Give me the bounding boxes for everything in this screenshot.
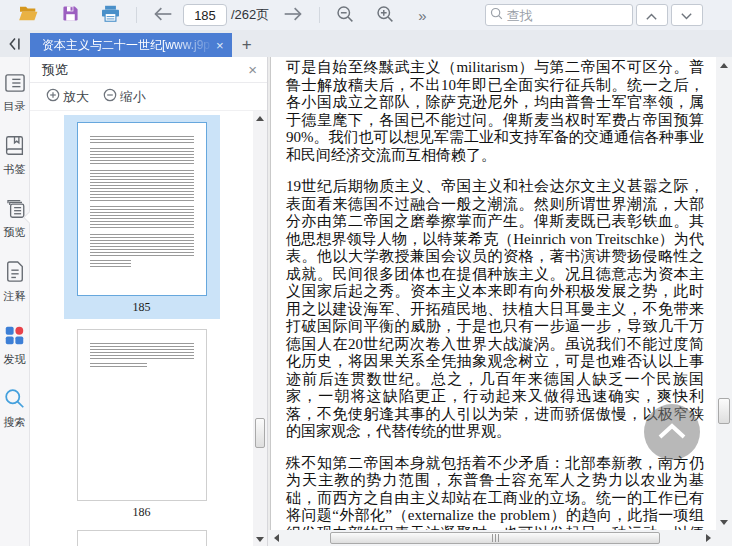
scrollbar-grip [495, 534, 496, 542]
tab-bar: 资本主义与二十一世纪[www.j9p × + [0, 30, 732, 57]
triangle-up-icon [720, 63, 728, 68]
scroll-down-button[interactable] [716, 514, 732, 530]
triangle-up-icon [256, 116, 264, 121]
folder-open-icon [18, 5, 39, 25]
sidebar-item-label: 注释 [4, 289, 26, 304]
triangle-left-icon [274, 534, 279, 542]
sidebar-item-label: 发现 [4, 352, 26, 367]
toolbar-separator [319, 7, 320, 23]
back-to-top-button[interactable] [644, 404, 700, 460]
scrollbar-grip [492, 534, 493, 542]
page-total-label: /262页 [231, 6, 269, 24]
app-body: 目录 书签 预览 注释 发现 搜索 [0, 57, 732, 546]
sidebar-item-search[interactable]: 搜索 [4, 388, 26, 430]
preview-panel: 预览 × 放大 缩小 [30, 57, 268, 546]
preview-pages-icon [4, 198, 26, 222]
document-tab[interactable]: 资本主义与二十一世纪[www.j9p × [30, 33, 232, 57]
thumbnail-zoom-out-button[interactable]: 缩小 [103, 88, 146, 106]
scrollbar-grip [498, 534, 499, 542]
document-page: 可是自始至终黩武主义（militarism）与第二帝国不可区分。普鲁士解放穑夫后… [270, 57, 716, 530]
scroll-right-button[interactable] [700, 530, 716, 546]
thumbnail-zoom-in-label: 放大 [63, 88, 89, 106]
search-icon [490, 6, 503, 24]
thumbnail-page-number: 185 [64, 300, 220, 315]
document-paragraph: 殊不知第二帝国本身就包括着不少矛盾：北部奉新教，南方仍为天主教的势力范围，东普鲁… [286, 455, 704, 531]
search-input[interactable] [507, 8, 617, 23]
document-paragraph: 19世纪后期物质主义、帝国主义和社会达尔文主义甚嚣之际，表面看来德国不过融合一般… [286, 178, 704, 441]
preview-scrollbar[interactable] [253, 111, 267, 546]
toolbar-separator [136, 7, 137, 23]
save-button[interactable] [57, 2, 83, 28]
vertical-scrollbar-thumb[interactable] [718, 398, 730, 424]
print-button[interactable] [97, 2, 124, 28]
thumbnail-page-number: 186 [64, 505, 220, 520]
new-tab-button[interactable]: + [232, 33, 262, 57]
horizontal-scrollbar-thumb[interactable] [330, 532, 660, 544]
horizontal-scrollbar[interactable] [268, 530, 716, 546]
thumbnail-zoom-out-label: 缩小 [120, 88, 146, 106]
thumbnail-list: 185 186 [30, 111, 267, 546]
preview-scrollbar-thumb[interactable] [255, 418, 265, 448]
collapse-left-icon [8, 37, 22, 54]
sidebar-item-label: 书签 [4, 162, 26, 177]
vertical-scrollbar[interactable] [716, 57, 732, 530]
chevron-down-icon [681, 8, 692, 23]
main-toolbar: /262页 » [0, 0, 732, 30]
sidebar-item-label: 预览 [4, 225, 26, 240]
document-tab-title: 资本主义与二十一世纪[www.j9p [42, 37, 210, 54]
next-page-button[interactable] [279, 2, 307, 28]
thumbnail-page-image [77, 530, 207, 546]
circle-plus-icon [46, 88, 63, 105]
triangle-down-icon [256, 537, 264, 542]
find-next-button[interactable] [671, 4, 703, 26]
open-file-button[interactable] [14, 2, 43, 28]
zoom-out-button[interactable] [332, 2, 358, 28]
thumbnail-zoom-in-button[interactable]: 放大 [46, 88, 89, 106]
zoom-in-button[interactable] [372, 2, 398, 28]
scroll-up-button[interactable] [716, 57, 732, 73]
circle-minus-icon [103, 88, 120, 105]
sidebar-item-toc[interactable]: 目录 [4, 73, 26, 114]
left-sidebar: 目录 书签 预览 注释 发现 搜索 [0, 57, 30, 546]
scrollbar-corner [716, 530, 732, 546]
preview-tools: 放大 缩小 [30, 83, 267, 111]
thumbnail-page-187[interactable] [64, 530, 220, 546]
preview-close-icon[interactable]: × [248, 61, 257, 78]
sidebar-item-preview[interactable]: 预览 [4, 198, 26, 240]
collapse-tab-list-button[interactable] [0, 33, 30, 57]
arrow-left-icon [153, 6, 173, 25]
thumbnail-page-image [77, 329, 207, 501]
chevron-up-icon [646, 8, 657, 23]
thumbnail-page-186[interactable]: 186 [64, 329, 220, 520]
magnifier-plus-icon [376, 5, 394, 26]
preview-scroll-up-button[interactable] [253, 111, 267, 125]
annotation-icon [5, 261, 25, 286]
toc-icon [4, 73, 26, 96]
preview-panel-header: 预览 × [30, 57, 267, 83]
sidebar-item-discover[interactable]: 发现 [4, 325, 26, 367]
more-tools-button[interactable]: » [412, 7, 432, 24]
pdf-reader-window: /262页 » 资本主义与二 [0, 0, 732, 546]
arrow-right-icon [283, 6, 303, 25]
thumbnail-page-185[interactable]: 185 [64, 115, 220, 319]
document-paragraph: 可是自始至终黩武主义（militarism）与第二帝国不可区分。普鲁士解放穑夫后… [286, 59, 704, 164]
magnifier-minus-icon [336, 5, 354, 26]
find-previous-button[interactable] [636, 4, 668, 26]
page-number-input[interactable] [183, 4, 227, 26]
scroll-left-button[interactable] [268, 530, 284, 546]
thumbnail-page-image [77, 122, 207, 296]
preview-panel-title: 预览 [42, 61, 68, 79]
search-panel-icon [4, 388, 25, 412]
sidebar-item-label: 搜索 [4, 415, 26, 430]
save-floppy-icon [62, 5, 79, 25]
preview-scroll-down-button[interactable] [253, 532, 267, 546]
sidebar-item-label: 目录 [4, 99, 26, 114]
printer-icon [101, 5, 120, 25]
sidebar-item-annotation[interactable]: 注释 [4, 261, 26, 304]
discover-icon [4, 325, 25, 349]
sidebar-item-bookmark[interactable]: 书签 [4, 135, 26, 177]
tab-close-icon[interactable]: × [216, 39, 224, 52]
search-box [485, 4, 633, 26]
prev-page-button[interactable] [149, 2, 177, 28]
document-view: 可是自始至终黩武主义（militarism）与第二帝国不可区分。普鲁士解放穑夫后… [268, 57, 732, 546]
